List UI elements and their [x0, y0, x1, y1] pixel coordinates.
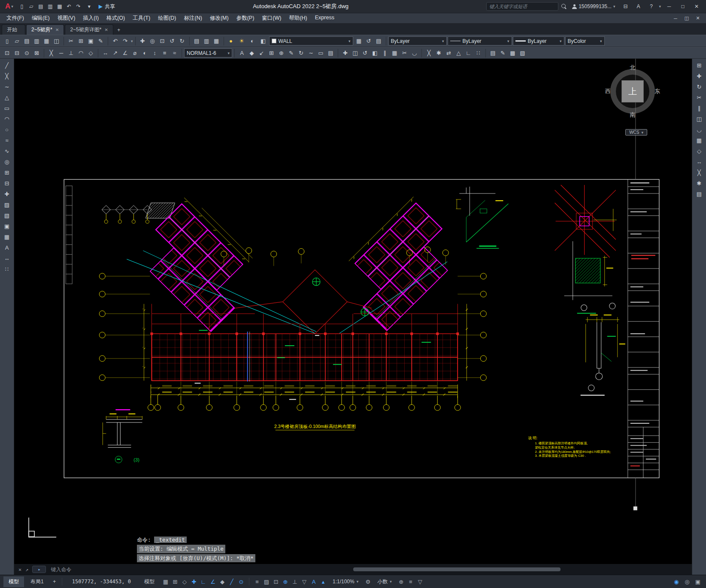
saveas-icon[interactable]: ▥: [45, 2, 55, 11]
color-dots-icon[interactable]: ∷: [2, 264, 12, 274]
status-polar-tracking[interactable]: ∠: [208, 577, 218, 586]
measure-icon[interactable]: ∼: [306, 48, 316, 58]
center-mark-icon[interactable]: ⊕: [276, 48, 286, 58]
undo-icon[interactable]: ↶: [110, 36, 120, 46]
drawing-canvas[interactable]: (3) 2.3号楼裙房顶板-0.100m标高结构布置图 说 明: 1. 楼面梁顶…: [14, 59, 692, 564]
array-icon[interactable]: ▦: [694, 136, 704, 145]
doc-minimize-button[interactable]: ─: [670, 14, 681, 23]
erase-icon[interactable]: ╳: [694, 168, 704, 178]
fillet-icon[interactable]: ◡: [409, 48, 419, 58]
redo-icon[interactable]: ↷: [120, 36, 130, 46]
radius-dimension-icon[interactable]: ◐: [140, 48, 150, 58]
circle-icon[interactable]: ○: [2, 125, 12, 135]
linetype-combo[interactable]: ByLayer ▾: [448, 36, 512, 45]
break-icon[interactable]: ∟: [464, 48, 473, 58]
make-block-icon[interactable]: ⊟: [2, 178, 12, 188]
trim-icon[interactable]: ✂: [400, 48, 409, 58]
menu-item[interactable]: 编辑(E): [28, 13, 54, 23]
polygon-icon[interactable]: △: [2, 93, 12, 103]
ordinate-dimension-icon[interactable]: ↕: [150, 48, 160, 58]
new-tab-button[interactable]: +: [114, 25, 124, 35]
minimize-button[interactable]: ─: [662, 1, 676, 12]
erase-icon[interactable]: ╳: [424, 48, 434, 58]
status-customization-menu[interactable]: ≡: [406, 577, 415, 586]
snap-extension-icon[interactable]: ─: [56, 48, 66, 58]
dimension-update-icon[interactable]: ↻: [296, 48, 306, 58]
plot-preview-icon[interactable]: ◫: [52, 36, 61, 46]
new-icon[interactable]: ▯: [2, 36, 12, 46]
paste-icon[interactable]: ▣: [86, 36, 96, 46]
command-prompt-icon[interactable]: ▸: [32, 566, 46, 573]
dimension-edit-icon[interactable]: ✎: [286, 48, 296, 58]
point-icon[interactable]: ✚: [2, 189, 12, 199]
linear-dimension-icon[interactable]: ↔: [100, 48, 110, 58]
color-combo[interactable]: ByLayer ▾: [388, 36, 447, 45]
status-snap-mode[interactable]: ⊞: [170, 577, 180, 586]
status-graphics-performance[interactable]: ◉: [672, 577, 681, 586]
status-grid-display[interactable]: ▦: [161, 577, 170, 586]
orbit-icon[interactable]: ↻: [177, 36, 187, 46]
status-selection-filtering[interactable]: ▽: [300, 577, 309, 586]
tool-palettes-icon[interactable]: ▦: [212, 36, 221, 46]
viewcube-east-label[interactable]: 东: [654, 87, 660, 95]
menu-item[interactable]: 窗口(W): [258, 13, 285, 23]
viewcube-top-face[interactable]: 上: [621, 80, 644, 103]
text-style-icon[interactable]: A: [237, 48, 247, 58]
gradient-icon[interactable]: ▧: [2, 211, 12, 220]
menu-item[interactable]: Express: [311, 13, 338, 23]
group-icon[interactable]: ▩: [508, 48, 518, 58]
layer-on-off-icon[interactable]: ●: [226, 36, 236, 46]
scale-icon[interactable]: △: [454, 48, 464, 58]
coordinates-readout[interactable]: 1507772, -334453, 0: [72, 579, 131, 585]
match-icon[interactable]: ✎: [498, 48, 508, 58]
multiline-text-icon[interactable]: A: [2, 243, 12, 253]
layout1-tab[interactable]: 布局1: [25, 576, 49, 587]
status-filter[interactable]: ▽: [415, 577, 425, 586]
continue-dimension-icon[interactable]: ≈: [170, 48, 179, 58]
multileader-icon[interactable]: ↙: [257, 48, 267, 58]
aligned-dimension-icon[interactable]: ↗: [110, 48, 120, 58]
status-ortho-mode[interactable]: ∟: [199, 577, 208, 586]
share-button[interactable]: ▶ 共享: [99, 3, 115, 10]
zoom-realtime-icon[interactable]: ◎: [148, 36, 158, 46]
line-icon[interactable]: ╱: [2, 60, 12, 70]
rotate-icon[interactable]: ↻: [694, 82, 704, 92]
lineweight-combo[interactable]: ByLayer ▾: [513, 36, 564, 45]
offset-icon[interactable]: ∥: [694, 103, 704, 113]
search-input[interactable]: [486, 2, 558, 11]
layer-states-icon[interactable]: ▤: [374, 36, 384, 46]
command-popout-icon[interactable]: ↗: [25, 567, 28, 573]
snap-node-icon[interactable]: ⊠: [32, 48, 42, 58]
status-dynamic-input[interactable]: ✚: [189, 577, 199, 586]
tolerance-icon[interactable]: ⊞: [267, 48, 276, 58]
move-icon[interactable]: ✚: [340, 48, 350, 58]
save-icon[interactable]: ▤: [36, 2, 45, 11]
snap-endpoint-icon[interactable]: ⊡: [2, 48, 12, 58]
pan-icon[interactable]: ✚: [138, 36, 148, 46]
command-input[interactable]: [50, 566, 153, 573]
layer-previous-icon[interactable]: ↺: [364, 36, 374, 46]
undo-history-icon[interactable]: ▾: [131, 39, 133, 43]
insert-block-icon[interactable]: ⊞: [2, 168, 12, 178]
drawing-area[interactable]: (3) 2.3号楼裙房顶板-0.100m标高结构布置图 说 明: 1. 楼面梁顶…: [14, 59, 692, 564]
status-transparency[interactable]: ▨: [262, 577, 271, 586]
list-icon[interactable]: ▤: [326, 48, 336, 58]
dimension-icon[interactable]: ↔: [2, 253, 12, 263]
stretch-icon[interactable]: ↔: [694, 157, 704, 167]
redo-icon[interactable]: ↷: [74, 2, 83, 11]
match-properties-icon[interactable]: ✎: [96, 36, 106, 46]
area-icon[interactable]: ▭: [316, 48, 326, 58]
menu-item[interactable]: 视图(V): [54, 13, 79, 23]
mirror-icon[interactable]: ◫: [694, 114, 704, 124]
properties-palette-icon[interactable]: ▤: [192, 36, 202, 46]
menu-item[interactable]: 绘图(D): [154, 13, 180, 23]
revision-cloud-icon[interactable]: ≈: [2, 136, 12, 145]
settings-gear-icon[interactable]: ⚙: [363, 577, 373, 586]
tab-start[interactable]: 开始: [2, 24, 25, 35]
snap-intersection-icon[interactable]: ╳: [46, 48, 56, 58]
status-annotation-monitor[interactable]: ⊕: [397, 577, 406, 586]
snap-center-icon[interactable]: ⊙: [22, 48, 32, 58]
cut-icon[interactable]: ✂: [66, 36, 76, 46]
zoom-window-icon[interactable]: ⊡: [158, 36, 167, 46]
angular-dimension-icon[interactable]: ∠: [120, 48, 130, 58]
